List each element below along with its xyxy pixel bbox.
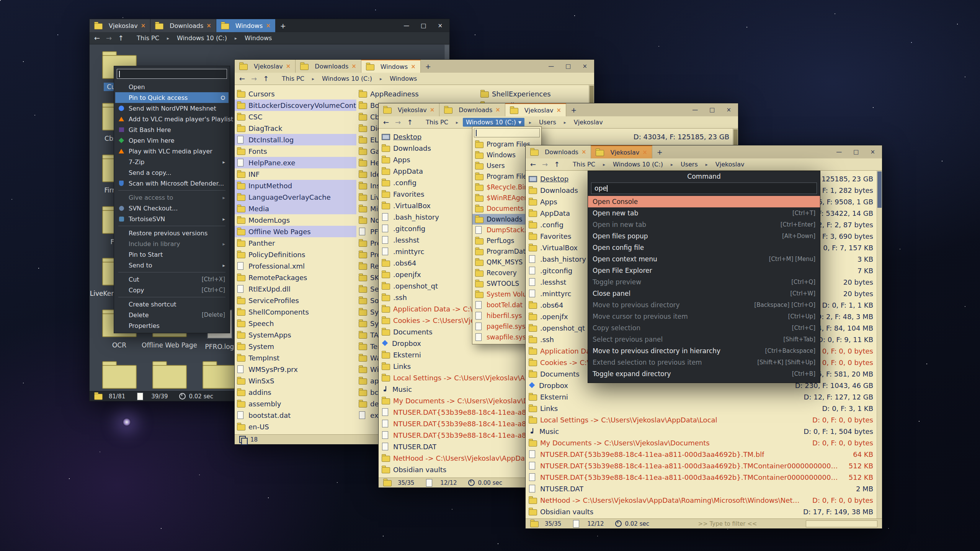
tab-close-icon[interactable]: × <box>351 63 356 70</box>
scrollbar-thumb[interactable] <box>877 171 882 208</box>
file-row[interactable]: ShellExperiences <box>478 88 589 99</box>
command-item[interactable]: Move to previous directory [Backspace] [… <box>588 299 820 311</box>
file-row[interactable]: bootstat.dat <box>235 409 356 421</box>
new-tab-button[interactable]: + <box>566 103 581 116</box>
maximize-button[interactable]: □ <box>709 106 715 113</box>
file-row[interactable]: ShellComponents <box>235 306 356 318</box>
context-menu-item[interactable]: Add to VLC media player's Playlist ▸ <box>115 114 229 124</box>
context-menu-item[interactable]: Pin to Quick access ▸ <box>115 92 229 103</box>
context-menu-item[interactable]: Delete [Delete] ▸ <box>115 310 229 320</box>
back-button[interactable]: ← <box>530 160 536 168</box>
command-item[interactable]: Open File Explorer <box>588 265 820 276</box>
grid-item[interactable] <box>94 358 144 391</box>
file-row[interactable]: Local Settings -> C:\Users\Vjekoslav\App… <box>526 414 877 425</box>
file-row[interactable]: RemotePackages <box>235 272 356 283</box>
breadcrumb-item[interactable]: Windows 10 (C:) ▾ <box>598 160 666 169</box>
file-row[interactable]: addins <box>235 386 356 398</box>
file-row[interactable]: InputMethod <box>235 180 356 191</box>
file-row[interactable]: Speech <box>235 318 356 329</box>
tab-close-icon[interactable]: × <box>411 63 416 70</box>
tab[interactable]: Vjekoslav × <box>90 19 150 32</box>
context-menu-item[interactable]: Open ▸ <box>115 82 229 92</box>
file-row[interactable]: Offline Web Pages <box>235 226 356 237</box>
file-row[interactable]: Links D: 0, F: 3, 1 KB <box>526 403 877 414</box>
tab[interactable]: Downloads × <box>526 145 591 158</box>
file-row[interactable]: WinSxS <box>235 375 356 386</box>
tab-close-icon[interactable]: × <box>642 149 647 156</box>
command-item[interactable]: Toggle expand directory [Ctrl+B] <box>588 368 820 380</box>
context-menu-item[interactable]: Scan with Microsoft Defender... ▸ <box>115 178 229 189</box>
tab-close-icon[interactable]: × <box>581 148 586 155</box>
context-menu-item[interactable]: ▸ <box>115 271 229 274</box>
tab[interactable]: Vjekoslav × <box>505 103 566 116</box>
new-tab-button[interactable]: + <box>652 145 667 158</box>
file-row[interactable]: Professional.xml <box>235 260 356 272</box>
command-item[interactable]: Toggle preview [Ctrl+Q] <box>588 276 820 288</box>
up-button[interactable]: ↑ <box>554 160 560 168</box>
context-menu-item[interactable]: Send to ▸ <box>115 260 229 271</box>
forward-button[interactable]: → <box>542 160 548 168</box>
command-input[interactable]: ope <box>591 183 817 194</box>
new-tab-button[interactable]: + <box>421 60 436 73</box>
dropdown-filter-input[interactable] <box>474 128 540 137</box>
context-menu-item[interactable]: Git Bash Here ▸ <box>115 124 229 135</box>
tab-close-icon[interactable]: × <box>430 106 435 113</box>
file-row[interactable]: RtlExUpd.dll <box>235 283 356 295</box>
breadcrumb-item[interactable]: Windows ▾ <box>375 74 420 83</box>
back-button[interactable]: ← <box>94 34 100 42</box>
file-row[interactable]: NTUSER.DAT 2 MB <box>526 483 877 494</box>
command-item[interactable]: Extend selection to previous item [Shift… <box>588 357 820 368</box>
up-button[interactable]: ↑ <box>263 75 269 83</box>
close-button[interactable]: × <box>726 106 731 113</box>
command-item[interactable]: Open Console <box>588 196 820 207</box>
context-menu-item[interactable]: Include in library ▸ <box>115 238 229 249</box>
file-row[interactable]: DtcInstall.log <box>235 134 356 145</box>
maximize-button[interactable]: □ <box>565 63 571 70</box>
breadcrumb-item[interactable]: This PC ▾ <box>423 118 451 127</box>
breadcrumb-item[interactable]: Users ▾ <box>524 118 559 127</box>
up-button[interactable]: ↑ <box>118 34 124 42</box>
command-item[interactable]: Copy selection [Ctrl+C] <box>588 322 820 334</box>
minimize-button[interactable]: — <box>548 63 554 70</box>
file-row[interactable]: NTUSER.DAT{53b39e88-18c4-11ea-a811-000d3… <box>526 460 877 471</box>
file-row[interactable]: WMSysPr9.prx <box>235 364 356 375</box>
tab[interactable]: Vjekoslav × <box>379 103 439 116</box>
command-item[interactable]: Move cursor to previous item [Ctrl+Up] <box>588 311 820 322</box>
file-row[interactable]: CSC <box>235 111 356 122</box>
file-row[interactable]: PolicyDefinitions <box>235 249 356 260</box>
file-row[interactable]: Music D: 0, F: 1, 504 bytes <box>526 425 877 437</box>
command-item[interactable]: Open files popup [Alt+Down] <box>588 230 820 242</box>
file-row[interactable]: My Documents -> C:\Users\Vjekoslav\Docum… <box>526 437 877 448</box>
new-tab-button[interactable]: + <box>276 19 291 32</box>
tab[interactable]: Vjekoslav × <box>591 145 652 158</box>
tab-close-icon[interactable]: × <box>286 63 291 70</box>
close-button[interactable]: × <box>870 148 875 155</box>
context-menu-item[interactable]: Pin to Start ▸ <box>115 249 229 260</box>
breadcrumb-item[interactable]: Windows 10 (C:) ▾ <box>451 118 524 127</box>
file-row[interactable]: Fonts <box>235 145 356 157</box>
close-button[interactable]: × <box>438 22 443 29</box>
context-menu-item[interactable]: Restore previous versions ▸ <box>115 228 229 238</box>
file-row[interactable]: INF <box>235 168 356 180</box>
tab-close-icon[interactable]: × <box>141 22 146 29</box>
forward-button[interactable]: → <box>251 75 257 83</box>
context-menu-item[interactable]: Give access to ▸ <box>115 192 229 203</box>
back-button[interactable]: ← <box>383 118 389 126</box>
breadcrumb-item[interactable]: This PC ▾ <box>134 34 162 42</box>
tab[interactable]: Windows × <box>216 19 276 32</box>
command-item[interactable]: Open in new tab [Ctrl+Enter] <box>588 219 820 230</box>
context-menu-item[interactable]: TortoiseSVN ▸ <box>115 214 229 224</box>
maximize-button[interactable]: □ <box>421 22 426 29</box>
minimize-button[interactable]: — <box>692 106 698 113</box>
context-menu-item[interactable]: SVN Checkout... ▸ <box>115 203 229 214</box>
forward-button[interactable]: → <box>395 118 401 126</box>
breadcrumb-item[interactable]: Windows ▾ <box>230 34 275 42</box>
file-row[interactable]: NTUSER.DAT{53b39e88-18c4-11ea-a811-000d3… <box>526 471 877 483</box>
tab[interactable]: Downloads × <box>296 60 361 73</box>
context-menu-item[interactable]: ▸ <box>115 295 229 299</box>
tab[interactable]: Windows × <box>361 60 421 73</box>
grid-item[interactable] <box>144 358 194 391</box>
command-item[interactable]: Select previous panel [Shift+Tab] <box>588 334 820 345</box>
file-row[interactable]: NetHood -> C:\Users\Vjekoslav\AppData\Ro… <box>526 494 877 506</box>
file-row[interactable]: LanguageOverlayCache <box>235 191 356 203</box>
